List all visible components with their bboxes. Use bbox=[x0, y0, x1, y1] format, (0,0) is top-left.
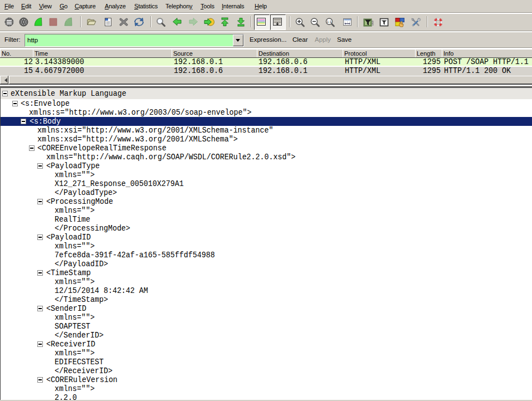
svg-text:1:1: 1:1 bbox=[327, 20, 332, 23]
